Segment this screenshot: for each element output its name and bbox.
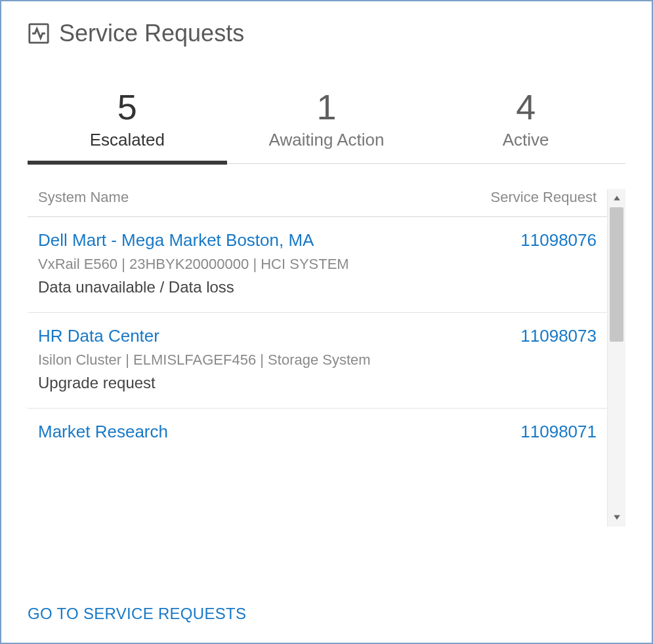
tab-escalated[interactable]: 5 Escalated xyxy=(28,89,227,165)
go-to-service-requests-link[interactable]: GO TO SERVICE REQUESTS xyxy=(28,605,246,623)
system-issue: Upgrade request xyxy=(38,374,465,392)
table-container: System Name Service Request Dell Mart - … xyxy=(28,189,625,527)
tab-label: Escalated xyxy=(28,130,227,150)
card-header: Service Requests xyxy=(1,20,652,66)
service-request-link[interactable]: 11098073 xyxy=(465,326,597,346)
table-row: HR Data Center Isilon Cluster | ELMISLFA… xyxy=(28,313,607,409)
scrollbar[interactable] xyxy=(607,189,625,527)
activity-icon xyxy=(28,22,50,45)
system-name-link[interactable]: Dell Mart - Mega Market Boston, MA xyxy=(38,230,465,251)
service-request-link[interactable]: 11098076 xyxy=(465,230,597,251)
tab-label: Active xyxy=(426,130,625,150)
system-name-link[interactable]: HR Data Center xyxy=(38,326,465,346)
tab-active[interactable]: 4 Active xyxy=(426,89,625,163)
tab-awaiting-action[interactable]: 1 Awaiting Action xyxy=(227,89,427,163)
tab-label: Awaiting Action xyxy=(227,130,427,150)
table-header-row: System Name Service Request xyxy=(28,189,607,217)
tab-count: 1 xyxy=(227,89,427,125)
col-header-service-request[interactable]: Service Request xyxy=(465,189,597,206)
service-request-link[interactable]: 11098071 xyxy=(465,422,597,442)
table-row: Dell Mart - Mega Market Boston, MA VxRai… xyxy=(28,217,607,313)
scrollbar-up-button[interactable] xyxy=(608,189,625,207)
scrollbar-down-button[interactable] xyxy=(608,508,625,527)
tab-count: 5 xyxy=(28,89,227,125)
scrollbar-track[interactable] xyxy=(608,207,625,508)
system-name-link[interactable]: Market Research xyxy=(38,422,465,442)
tabs: 5 Escalated 1 Awaiting Action 4 Active xyxy=(28,66,625,164)
svg-marker-2 xyxy=(614,515,620,519)
card-title: Service Requests xyxy=(59,20,244,47)
col-header-system-name[interactable]: System Name xyxy=(38,189,465,206)
system-issue: Data unavailable / Data loss xyxy=(38,278,465,296)
tab-count: 4 xyxy=(426,89,625,125)
system-subtitle: VxRail E560 | 23HBYK20000000 | HCI SYSTE… xyxy=(38,256,465,273)
requests-table: System Name Service Request Dell Mart - … xyxy=(28,189,607,527)
table-row: Market Research 11098071 xyxy=(28,409,607,447)
service-requests-card: Service Requests 5 Escalated 1 Awaiting … xyxy=(0,0,653,644)
system-subtitle: Isilon Cluster | ELMISLFAGEF456 | Storag… xyxy=(38,352,465,369)
scrollbar-thumb[interactable] xyxy=(610,207,623,342)
svg-marker-1 xyxy=(614,195,620,200)
